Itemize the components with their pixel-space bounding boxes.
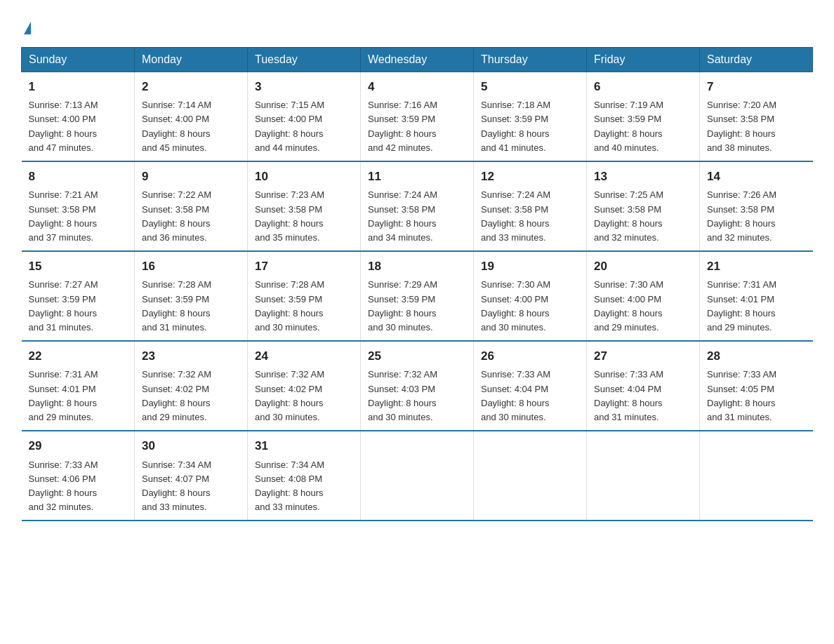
calendar-cell: 30 Sunrise: 7:34 AMSunset: 4:07 PMDaylig… — [135, 431, 248, 521]
day-number: 6 — [594, 78, 692, 96]
day-info: Sunrise: 7:28 AMSunset: 3:59 PMDaylight:… — [255, 279, 324, 332]
day-info: Sunrise: 7:33 AMSunset: 4:04 PMDaylight:… — [481, 369, 550, 422]
calendar-week-row: 15 Sunrise: 7:27 AMSunset: 3:59 PMDaylig… — [22, 251, 813, 341]
day-info: Sunrise: 7:24 AMSunset: 3:58 PMDaylight:… — [368, 189, 437, 242]
day-info: Sunrise: 7:25 AMSunset: 3:58 PMDaylight:… — [594, 189, 663, 242]
day-number: 3 — [255, 78, 353, 96]
calendar-cell: 8 Sunrise: 7:21 AMSunset: 3:58 PMDayligh… — [22, 161, 135, 251]
day-info: Sunrise: 7:32 AMSunset: 4:02 PMDaylight:… — [142, 369, 211, 422]
day-info: Sunrise: 7:32 AMSunset: 4:02 PMDaylight:… — [255, 369, 324, 422]
day-info: Sunrise: 7:33 AMSunset: 4:05 PMDaylight:… — [707, 369, 776, 422]
calendar-cell: 27 Sunrise: 7:33 AMSunset: 4:04 PMDaylig… — [587, 341, 700, 431]
calendar-cell: 11 Sunrise: 7:24 AMSunset: 3:58 PMDaylig… — [361, 161, 474, 251]
day-info: Sunrise: 7:29 AMSunset: 3:59 PMDaylight:… — [368, 279, 437, 332]
calendar-cell: 1 Sunrise: 7:13 AMSunset: 4:00 PMDayligh… — [22, 72, 135, 161]
calendar-cell: 2 Sunrise: 7:14 AMSunset: 4:00 PMDayligh… — [135, 72, 248, 161]
day-number: 18 — [368, 257, 466, 276]
calendar-week-row: 1 Sunrise: 7:13 AMSunset: 4:00 PMDayligh… — [22, 72, 813, 161]
calendar-week-row: 8 Sunrise: 7:21 AMSunset: 3:58 PMDayligh… — [22, 161, 813, 251]
calendar-cell — [700, 431, 813, 521]
day-number: 28 — [707, 347, 806, 365]
weekday-header-wednesday: Wednesday — [361, 47, 474, 72]
day-number: 4 — [368, 78, 466, 96]
calendar-cell: 21 Sunrise: 7:31 AMSunset: 4:01 PMDaylig… — [700, 251, 813, 341]
calendar-cell: 14 Sunrise: 7:26 AMSunset: 3:58 PMDaylig… — [700, 161, 813, 251]
logo-triangle-icon — [24, 22, 31, 34]
day-number: 5 — [481, 78, 579, 96]
calendar-cell: 5 Sunrise: 7:18 AMSunset: 3:59 PMDayligh… — [474, 72, 587, 161]
weekday-header-saturday: Saturday — [700, 47, 813, 72]
day-number: 21 — [707, 257, 806, 276]
calendar-cell: 18 Sunrise: 7:29 AMSunset: 3:59 PMDaylig… — [361, 251, 474, 341]
calendar-cell: 28 Sunrise: 7:33 AMSunset: 4:05 PMDaylig… — [700, 341, 813, 431]
day-info: Sunrise: 7:30 AMSunset: 4:00 PMDaylight:… — [594, 279, 663, 332]
day-number: 12 — [481, 168, 579, 186]
day-number: 2 — [142, 78, 240, 96]
day-number: 31 — [255, 437, 353, 455]
day-info: Sunrise: 7:16 AMSunset: 3:59 PMDaylight:… — [368, 100, 437, 152]
weekday-header-thursday: Thursday — [474, 47, 587, 72]
day-number: 8 — [29, 168, 128, 186]
day-number: 13 — [594, 168, 692, 186]
day-info: Sunrise: 7:33 AMSunset: 4:04 PMDaylight:… — [594, 369, 663, 422]
calendar-cell: 23 Sunrise: 7:32 AMSunset: 4:02 PMDaylig… — [135, 341, 248, 431]
day-info: Sunrise: 7:30 AMSunset: 4:00 PMDaylight:… — [481, 279, 550, 332]
day-number: 9 — [142, 168, 240, 186]
day-number: 14 — [707, 168, 806, 186]
day-number: 30 — [142, 437, 240, 455]
calendar-cell: 15 Sunrise: 7:27 AMSunset: 3:59 PMDaylig… — [22, 251, 135, 341]
day-info: Sunrise: 7:24 AMSunset: 3:58 PMDaylight:… — [481, 189, 550, 242]
calendar-cell: 24 Sunrise: 7:32 AMSunset: 4:02 PMDaylig… — [248, 341, 361, 431]
day-number: 10 — [255, 168, 353, 186]
day-number: 11 — [368, 168, 466, 186]
calendar-cell: 22 Sunrise: 7:31 AMSunset: 4:01 PMDaylig… — [22, 341, 135, 431]
calendar-week-row: 22 Sunrise: 7:31 AMSunset: 4:01 PMDaylig… — [22, 341, 813, 431]
day-number: 25 — [368, 347, 466, 365]
calendar-cell: 6 Sunrise: 7:19 AMSunset: 3:59 PMDayligh… — [587, 72, 700, 161]
day-info: Sunrise: 7:13 AMSunset: 4:00 PMDaylight:… — [29, 100, 98, 152]
day-number: 23 — [142, 347, 240, 365]
weekday-header-monday: Monday — [135, 47, 248, 72]
calendar-cell: 19 Sunrise: 7:30 AMSunset: 4:00 PMDaylig… — [474, 251, 587, 341]
day-number: 20 — [594, 257, 692, 276]
day-number: 27 — [594, 347, 692, 365]
calendar-cell: 7 Sunrise: 7:20 AMSunset: 3:58 PMDayligh… — [700, 72, 813, 161]
day-info: Sunrise: 7:20 AMSunset: 3:58 PMDaylight:… — [707, 100, 776, 152]
calendar-cell: 10 Sunrise: 7:23 AMSunset: 3:58 PMDaylig… — [248, 161, 361, 251]
day-info: Sunrise: 7:14 AMSunset: 4:00 PMDaylight:… — [142, 100, 211, 152]
calendar-cell: 29 Sunrise: 7:33 AMSunset: 4:06 PMDaylig… — [22, 431, 135, 521]
calendar-cell: 13 Sunrise: 7:25 AMSunset: 3:58 PMDaylig… — [587, 161, 700, 251]
day-info: Sunrise: 7:31 AMSunset: 4:01 PMDaylight:… — [707, 279, 776, 332]
calendar-cell: 3 Sunrise: 7:15 AMSunset: 4:00 PMDayligh… — [248, 72, 361, 161]
calendar-cell: 16 Sunrise: 7:28 AMSunset: 3:59 PMDaylig… — [135, 251, 248, 341]
day-number: 29 — [29, 437, 128, 455]
calendar-cell: 9 Sunrise: 7:22 AMSunset: 3:58 PMDayligh… — [135, 161, 248, 251]
logo-general-text — [21, 14, 31, 36]
day-number: 17 — [255, 257, 353, 276]
page-header — [21, 14, 813, 36]
weekday-header-tuesday: Tuesday — [248, 47, 361, 72]
calendar-cell: 12 Sunrise: 7:24 AMSunset: 3:58 PMDaylig… — [474, 161, 587, 251]
calendar-cell — [474, 431, 587, 521]
day-number: 1 — [29, 78, 128, 96]
day-number: 7 — [707, 78, 806, 96]
day-info: Sunrise: 7:32 AMSunset: 4:03 PMDaylight:… — [368, 369, 437, 422]
weekday-header-friday: Friday — [587, 47, 700, 72]
day-info: Sunrise: 7:26 AMSunset: 3:58 PMDaylight:… — [707, 189, 776, 242]
calendar-week-row: 29 Sunrise: 7:33 AMSunset: 4:06 PMDaylig… — [22, 431, 813, 521]
day-info: Sunrise: 7:15 AMSunset: 4:00 PMDaylight:… — [255, 100, 324, 152]
day-info: Sunrise: 7:34 AMSunset: 4:07 PMDaylight:… — [142, 459, 211, 512]
calendar-cell: 31 Sunrise: 7:34 AMSunset: 4:08 PMDaylig… — [248, 431, 361, 521]
day-info: Sunrise: 7:23 AMSunset: 3:58 PMDaylight:… — [255, 189, 324, 242]
calendar-cell: 26 Sunrise: 7:33 AMSunset: 4:04 PMDaylig… — [474, 341, 587, 431]
day-info: Sunrise: 7:27 AMSunset: 3:59 PMDaylight:… — [29, 279, 98, 332]
calendar-cell: 4 Sunrise: 7:16 AMSunset: 3:59 PMDayligh… — [361, 72, 474, 161]
calendar-cell — [361, 431, 474, 521]
day-info: Sunrise: 7:19 AMSunset: 3:59 PMDaylight:… — [594, 100, 663, 152]
day-info: Sunrise: 7:21 AMSunset: 3:58 PMDaylight:… — [29, 189, 98, 242]
day-info: Sunrise: 7:34 AMSunset: 4:08 PMDaylight:… — [255, 459, 324, 512]
calendar-cell: 20 Sunrise: 7:30 AMSunset: 4:00 PMDaylig… — [587, 251, 700, 341]
logo — [21, 14, 31, 36]
day-number: 16 — [142, 257, 240, 276]
day-number: 24 — [255, 347, 353, 365]
